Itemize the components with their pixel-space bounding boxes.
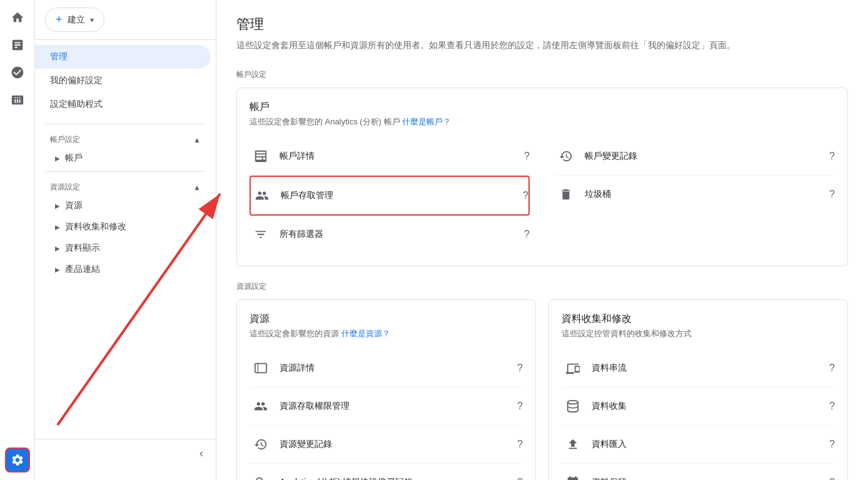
sidebar-item-preferences[interactable]: 我的偏好設定 xyxy=(35,69,211,92)
sidebar-item-property[interactable]: ▶ 資源 xyxy=(35,195,216,216)
account-card-title: 帳戶 xyxy=(250,101,835,114)
account-section-header: 帳戶設定 ▲ xyxy=(35,127,216,148)
people-icon xyxy=(251,184,273,207)
data-retention-help-icon[interactable]: ? xyxy=(829,477,835,480)
all-filters-text: 所有篩選器 xyxy=(280,229,524,240)
property-change-log-row[interactable]: 資源變更記錄 ? xyxy=(250,426,523,464)
data-import-icon xyxy=(562,433,584,456)
property-access-row[interactable]: 資源存取權限管理 ? xyxy=(250,388,523,426)
data-display-label: 資料顯示 xyxy=(65,242,100,254)
account-card: 帳戶 這些設定會影響您的 Analytics (分析) 帳戶 什麼是帳戶？ 帳戶… xyxy=(236,88,848,266)
data-collection-card: 資料收集和修改 這些設定控管資料的收集和修改方式 資料串流 ? 資料收集 ? xyxy=(548,299,848,480)
account-settings-header: 帳戶設定 xyxy=(236,67,848,80)
trash-row[interactable]: 垃圾桶 ? xyxy=(555,176,835,213)
data-import-help-icon[interactable]: ? xyxy=(829,439,835,450)
gear-icon-bottom[interactable] xyxy=(5,448,30,472)
data-stream-help-icon[interactable]: ? xyxy=(829,362,835,374)
main-content: 管理 這些設定會套用至這個帳戶和資源所有的使用者。如果查看只適用於您的設定，請使… xyxy=(216,0,868,480)
account-details-help-icon[interactable]: ? xyxy=(524,151,530,162)
account-access-highlight-box: 帳戶存取管理 ? xyxy=(250,176,530,216)
property-access-help-icon[interactable]: ? xyxy=(517,401,523,412)
dropdown-arrow-icon: ▾ xyxy=(90,16,94,24)
sidebar-item-data-collection[interactable]: ▶ 資料收集和修改 xyxy=(35,216,216,238)
property-change-log-help-icon[interactable]: ? xyxy=(517,439,523,450)
property-details-row[interactable]: 資源詳情 ? xyxy=(250,349,523,388)
data-collect-row[interactable]: 資料收集 ? xyxy=(562,388,835,426)
svg-rect-1 xyxy=(255,364,266,373)
property-change-log-text: 資源變更記錄 xyxy=(280,439,517,450)
property-label: 資源 xyxy=(65,200,83,211)
data-collection-arrow-icon: ▶ xyxy=(55,224,60,231)
sidebar-admin-label: 管理 xyxy=(50,51,68,62)
account-card-desc: 這些設定會影響您的 Analytics (分析) 帳戶 什麼是帳戶？ xyxy=(250,116,835,128)
sidebar-item-admin[interactable]: 管理 xyxy=(35,45,211,69)
data-stream-icon xyxy=(562,357,584,379)
analytics-search-icon xyxy=(250,471,272,480)
trash-text: 垃圾桶 xyxy=(585,189,829,200)
data-collect-help-icon[interactable]: ? xyxy=(829,401,835,412)
account-change-log-row[interactable]: 帳戶變更記錄 ? xyxy=(555,138,835,176)
create-label: 建立 xyxy=(68,14,85,26)
account-right-col: 帳戶變更記錄 ? 垃圾桶 ? xyxy=(555,138,835,253)
trash-icon xyxy=(555,183,577,206)
sidebar-item-product-links[interactable]: ▶ 產品連結 xyxy=(35,259,216,280)
data-stream-text: 資料串流 xyxy=(592,362,829,374)
sidebar-preferences-label: 我的偏好設定 xyxy=(50,75,103,86)
account-access-text: 帳戶存取管理 xyxy=(281,190,523,201)
account-what-link[interactable]: 什麼是帳戶？ xyxy=(402,117,451,126)
sidebar-bottom: ‹ xyxy=(35,439,216,468)
property-card-desc-text: 這些設定會影響您的資源 xyxy=(250,329,341,338)
home-icon[interactable] xyxy=(5,5,30,30)
page-description: 這些設定會套用至這個帳戶和資源所有的使用者。如果查看只適用於您的設定，請使用左側… xyxy=(236,39,848,52)
data-collect-icon xyxy=(562,395,584,418)
product-links-label: 產品連結 xyxy=(65,264,100,275)
sidebar-setup-label: 設定輔助程式 xyxy=(50,99,103,110)
account-access-help-icon[interactable]: ? xyxy=(523,190,528,201)
sidebar-item-account[interactable]: ▶ 帳戶 xyxy=(35,148,216,169)
sidebar-top: + 建立 ▾ xyxy=(35,0,216,40)
history-icon xyxy=(555,145,577,168)
account-arrow-icon: ▶ xyxy=(55,155,60,162)
left-icon-nav xyxy=(0,0,35,480)
table-icon xyxy=(250,145,272,168)
data-retention-icon xyxy=(562,471,584,480)
property-expand-icon[interactable]: ▲ xyxy=(193,183,201,192)
property-section-header: 資源設定 ▲ xyxy=(35,174,216,195)
all-filters-row[interactable]: 所有篩選器 ? xyxy=(250,216,530,253)
reports-icon[interactable] xyxy=(5,32,30,58)
page-title: 管理 xyxy=(236,15,848,34)
account-details-row[interactable]: 帳戶詳情 ? xyxy=(250,138,530,176)
analytics-search-help-icon[interactable]: ? xyxy=(517,477,523,480)
filter-icon xyxy=(250,223,272,246)
sidebar-item-setup[interactable]: 設定輔助程式 xyxy=(35,92,211,116)
property-what-link[interactable]: 什麼是資源？ xyxy=(341,329,390,338)
data-collection-card-title: 資料收集和修改 xyxy=(562,312,835,326)
explore-icon[interactable] xyxy=(5,60,30,85)
all-filters-help-icon[interactable]: ? xyxy=(524,229,530,240)
advertising-icon[interactable] xyxy=(5,88,30,112)
trash-help-icon[interactable]: ? xyxy=(829,189,835,200)
sidebar-item-data-display[interactable]: ▶ 資料顯示 xyxy=(35,238,216,259)
plus-icon: + xyxy=(56,13,63,26)
analytics-search-row[interactable]: Analytics (分析) 情報快訊搜尋記錄 ? xyxy=(250,464,523,480)
data-stream-row[interactable]: 資料串流 ? xyxy=(562,349,835,388)
account-expand-icon[interactable]: ▲ xyxy=(193,136,201,144)
svg-point-3 xyxy=(568,401,578,404)
sidebar-nav: 管理 我的偏好設定 設定輔助程式 xyxy=(35,40,216,121)
account-rows-grid: 帳戶詳情 ? 帳戶存取管理 ? xyxy=(250,138,835,253)
property-card-desc: 這些設定會影響您的資源 什麼是資源？ xyxy=(250,328,523,339)
property-access-icon xyxy=(250,395,272,418)
property-details-help-icon[interactable]: ? xyxy=(517,362,523,374)
property-arrow-icon: ▶ xyxy=(55,202,60,209)
account-details-text: 帳戶詳情 xyxy=(280,151,524,162)
collapse-icon[interactable]: ‹ xyxy=(197,444,206,462)
data-retention-row[interactable]: 資料保留 ? xyxy=(562,464,835,480)
create-button[interactable]: + 建立 ▾ xyxy=(45,8,104,32)
property-details-text: 資源詳情 xyxy=(280,362,517,374)
account-change-log-help-icon[interactable]: ? xyxy=(829,151,835,162)
account-access-row[interactable]: 帳戶存取管理 ? xyxy=(251,177,528,214)
data-import-row[interactable]: 資料匯入 ? xyxy=(562,426,835,464)
account-section-label: 帳戶設定 xyxy=(50,134,80,145)
property-card-title: 資源 xyxy=(250,312,523,326)
data-display-arrow-icon: ▶ xyxy=(55,245,60,252)
